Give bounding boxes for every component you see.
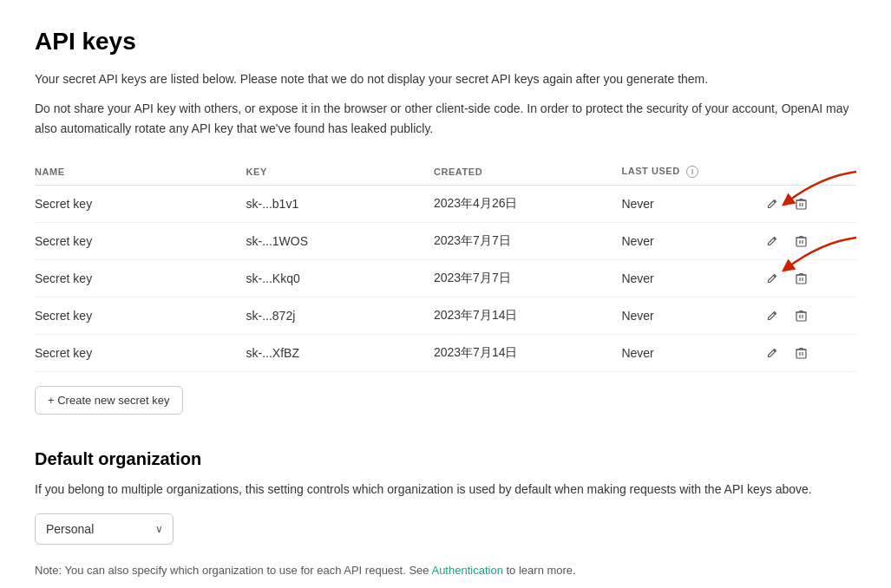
- api-keys-table-wrapper: NAME KEY CREATED LAST USED i Secret keys…: [35, 159, 856, 372]
- cell-created: 2023年7月14日: [434, 335, 621, 372]
- description-2: Do not share your API key with others, o…: [35, 99, 856, 138]
- org-dropdown[interactable]: Personal: [35, 513, 174, 545]
- col-header-last-used: LAST USED i: [621, 159, 762, 186]
- table-row: Secret keysk-...b1v12023年4月26日Never: [35, 186, 856, 223]
- table-row: Secret keysk-...XfBZ2023年7月14日Never: [35, 335, 856, 372]
- table-row: Secret keysk-...872j2023年7月14日Never: [35, 297, 856, 335]
- table-body: Secret keysk-...b1v12023年4月26日NeverSecre…: [35, 186, 856, 372]
- col-header-created: CREATED: [434, 159, 621, 186]
- org-section-title: Default organization: [35, 449, 856, 469]
- table-row: Secret keysk-...1WOS2023年7月7日Never: [35, 223, 856, 260]
- cell-created: 2023年7月14日: [434, 297, 621, 335]
- cell-name: Secret key: [35, 186, 246, 223]
- edit-key-button[interactable]: [763, 271, 782, 286]
- col-header-key: KEY: [246, 159, 434, 186]
- edit-icon: [766, 310, 778, 322]
- note-prefix: Note: You can also specify which organiz…: [35, 564, 429, 577]
- cell-name: Secret key: [35, 335, 246, 372]
- last-used-info-icon[interactable]: i: [686, 166, 698, 178]
- col-header-actions: [763, 159, 856, 186]
- svg-rect-5: [796, 312, 806, 321]
- actions-container: [763, 271, 846, 286]
- actions-container: [763, 345, 846, 361]
- cell-actions: [763, 186, 856, 223]
- cell-key: sk-...872j: [246, 297, 434, 335]
- col-header-name: NAME: [35, 159, 246, 186]
- edit-icon: [766, 347, 778, 359]
- api-keys-table: NAME KEY CREATED LAST USED i Secret keys…: [35, 159, 856, 372]
- page-title: API keys: [35, 28, 856, 56]
- edit-icon: [766, 198, 778, 210]
- delete-icon: [796, 198, 807, 210]
- actions-container: [763, 196, 846, 212]
- cell-last-used: Never: [621, 335, 762, 372]
- cell-actions: [763, 223, 856, 260]
- actions-container: [763, 308, 846, 323]
- authentication-link[interactable]: Authentication: [431, 564, 506, 577]
- cell-last-used: Never: [621, 223, 762, 260]
- cell-name: Secret key: [35, 260, 246, 297]
- cell-actions: [763, 297, 856, 335]
- cell-key: sk-...XfBZ: [246, 335, 434, 372]
- cell-key: sk-...Kkq0: [246, 260, 434, 297]
- edit-key-button[interactable]: [763, 233, 782, 249]
- delete-icon: [796, 347, 807, 359]
- cell-last-used: Never: [621, 260, 762, 297]
- svg-rect-6: [796, 350, 806, 358]
- delete-key-button[interactable]: [792, 233, 810, 249]
- svg-rect-3: [796, 238, 806, 246]
- cell-created: 2023年7月7日: [434, 223, 621, 260]
- delete-icon: [796, 235, 807, 247]
- delete-key-button[interactable]: [792, 308, 810, 323]
- svg-rect-4: [796, 275, 806, 284]
- cell-key: sk-...1WOS: [246, 223, 434, 260]
- edit-key-button[interactable]: [763, 345, 782, 361]
- cell-last-used: Never: [621, 186, 762, 223]
- cell-name: Secret key: [35, 297, 246, 335]
- delete-icon: [796, 272, 807, 284]
- delete-key-button[interactable]: [792, 271, 810, 286]
- note-text: Note: You can also specify which organiz…: [35, 562, 856, 579]
- cell-created: 2023年7月7日: [434, 260, 621, 297]
- description-1: Your secret API keys are listed below. P…: [35, 69, 856, 88]
- cell-name: Secret key: [35, 223, 246, 260]
- delete-icon: [796, 310, 807, 322]
- edit-icon: [766, 272, 778, 284]
- cell-actions: [763, 260, 856, 297]
- edit-key-button[interactable]: [763, 196, 782, 212]
- cell-key: sk-...b1v1: [246, 186, 434, 223]
- create-new-secret-key-button[interactable]: + Create new secret key: [35, 386, 183, 415]
- actions-container: [763, 233, 846, 249]
- edit-key-button[interactable]: [763, 308, 782, 323]
- delete-key-button[interactable]: [792, 196, 810, 212]
- create-btn-label: + Create new secret key: [48, 394, 170, 407]
- table-header: NAME KEY CREATED LAST USED i: [35, 159, 856, 186]
- edit-icon: [766, 235, 778, 247]
- org-dropdown-wrapper: Personal ∨: [35, 513, 174, 545]
- table-row: Secret keysk-...Kkq02023年7月7日Never: [35, 260, 856, 297]
- cell-created: 2023年4月26日: [434, 186, 621, 223]
- cell-last-used: Never: [621, 297, 762, 335]
- cell-actions: [763, 335, 856, 372]
- note-suffix: to learn more.: [507, 564, 576, 577]
- svg-rect-2: [796, 200, 806, 209]
- org-description: If you belong to multiple organizations,…: [35, 480, 856, 499]
- delete-key-button[interactable]: [792, 345, 810, 361]
